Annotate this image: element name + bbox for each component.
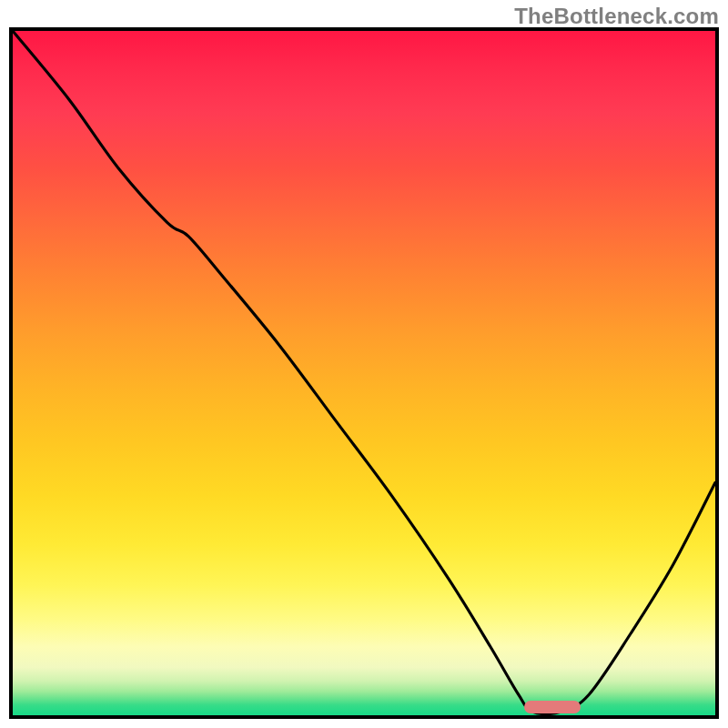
chart-container: TheBottleneck.com [0, 0, 728, 728]
bottleneck-curve [13, 31, 715, 714]
curve-svg [13, 31, 715, 715]
plot-area [9, 27, 719, 719]
optimal-range-marker [524, 701, 581, 713]
watermark-text: TheBottleneck.com [514, 4, 719, 29]
